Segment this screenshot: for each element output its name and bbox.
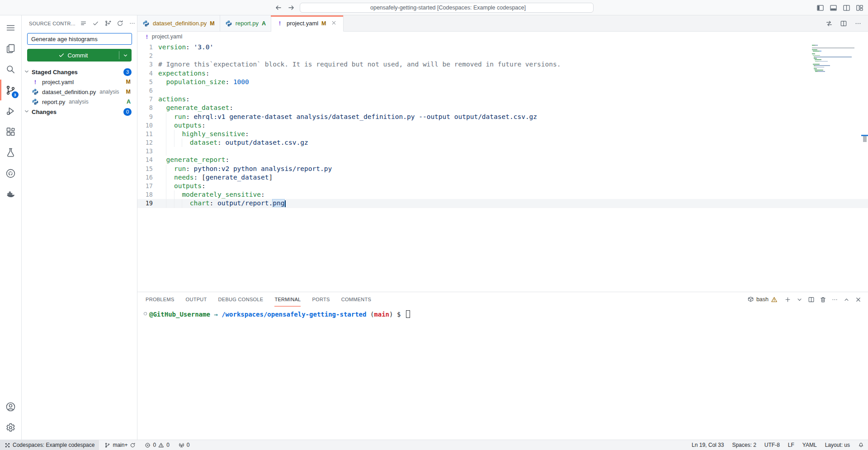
terminal-text [218,311,222,318]
scm-file-row[interactable]: report.pyanalysisA [22,97,137,107]
shell-label: bash [756,296,769,303]
panel-tab-comments[interactable]: COMMENTS [341,292,372,307]
minimap-line [812,67,862,68]
close-button[interactable] [855,296,862,303]
line-number: 19 [137,199,153,208]
command-center-search[interactable]: opensafely-getting-started [Codespaces: … [300,3,594,13]
minimap-token [815,70,823,71]
split-editor-button[interactable] [840,20,847,27]
line-number: 12 [137,138,153,147]
branch-create-button[interactable] [104,19,112,28]
trash-button[interactable] [820,296,826,303]
indentation[interactable]: Spaces: 2 [728,440,760,450]
chevron-down-button[interactable] [796,296,803,303]
activity-bar-item-explorer[interactable] [0,38,22,59]
tab-label: project.yaml [287,20,318,27]
editor-tab-report.py[interactable]: report.pyA [220,15,271,31]
indent-guide [166,173,166,182]
minimap-line [812,62,862,63]
more-actions-button[interactable] [128,19,137,28]
forward-button[interactable] [287,4,295,12]
minimap-token [819,64,820,65]
check-icon [58,52,65,58]
plus-button[interactable] [784,296,791,303]
toggle-panel-button[interactable] [830,4,837,12]
activity-bar-item-github[interactable] [0,163,22,184]
activity-bar-item-run-debug[interactable] [0,100,22,121]
language-mode[interactable]: YAML [798,440,821,450]
activity-bar-bottom [0,396,22,440]
activity-bar-item-testing[interactable] [0,142,22,163]
terminal-icon [747,296,754,303]
panel-tab-ports[interactable]: PORTS [312,292,330,307]
editor-tab-dataset_definition.py[interactable]: dataset_definition.pyM [137,15,220,31]
minimap[interactable] [812,43,862,72]
problems-status[interactable]: 00 [141,440,173,450]
scm-file-row[interactable]: !project.yamlM [22,77,137,87]
code-line: 15 run: python:v2 python analysis/report… [137,165,868,173]
notifications[interactable] [854,440,868,450]
activity-bar-item-extensions[interactable] [0,121,22,142]
keyboard-layout[interactable]: Layout: us [821,440,854,450]
toggle-sidebar-right-button[interactable] [843,4,850,12]
branch-status[interactable]: main+ [101,440,139,450]
chevron-up-button[interactable] [843,296,850,303]
code-editor[interactable]: 1version: '3.0'23# Ignore this`expectati… [137,42,868,292]
panel-tab-problems[interactable]: PROBLEMS [146,292,175,307]
more-actions-button[interactable] [854,20,862,27]
file-name: project.yaml [42,79,74,85]
cursor-position-label: Ln 19, Col 33 [692,442,724,448]
minimap-line [812,53,862,54]
minimap-token [820,51,821,52]
view-sort-button[interactable] [79,19,88,28]
activity-bar-item-settings[interactable] [0,417,22,438]
activity-bar-item-source-control[interactable]: 3 [0,80,22,100]
activity-bar-item-account[interactable] [0,396,22,417]
remote-indicator[interactable]: Codespaces: Example codespace [0,440,99,450]
panel-tab-terminal[interactable]: TERMINAL [274,292,301,307]
code-line: 16 needs: [generate_dataset] [137,173,868,182]
close-tab-button[interactable] [331,20,338,27]
tree-section-changes[interactable]: Changes0 [22,107,137,117]
open-changes-button[interactable] [826,20,833,27]
eol[interactable]: LF [784,440,798,450]
toggle-sidebar-left-button[interactable] [816,4,824,12]
git-status-letter: M [126,89,131,95]
toggle-grid-button[interactable] [856,4,863,12]
code-line: 11 highly_sensitive: [137,130,868,138]
activity-bar-item-menu[interactable] [0,17,22,38]
activity-bar-item-search[interactable] [0,59,22,80]
minimap-line [812,65,862,66]
minimap-line [812,71,862,72]
commit-check-button[interactable] [91,19,100,28]
terminal-text: @GitHub_Username [149,311,210,318]
refresh-button[interactable] [116,19,124,28]
line-number: 13 [137,147,153,156]
line-content: generate_dataset: [153,104,233,112]
activity-bar-item-docker[interactable] [0,184,22,204]
code-token: : [229,104,233,111]
panel-tab-output[interactable]: OUTPUT [186,292,207,307]
commit-dropdown-button[interactable] [119,49,132,62]
code-line: 8 generate_dataset: [137,104,868,112]
tree-section-staged-changes[interactable]: Staged Changes3 [22,67,137,77]
code-token [158,156,166,163]
commit-message-input[interactable] [27,33,132,45]
split-editor-button[interactable] [808,296,815,303]
terminal[interactable]: @GitHub_Username → /workspaces/opensafel… [137,307,868,440]
cursor-position[interactable]: Ln 19, Col 33 [688,440,728,450]
more-actions-button[interactable] [831,296,838,303]
code-line: 1version: '3.0' [137,43,868,52]
ports-status[interactable]: 0 [175,440,193,450]
panel-tab-debug-console[interactable]: DEBUG CONSOLE [218,292,264,307]
editor-tab-project.yaml[interactable]: !project.yamlM [271,15,344,32]
commit-button-main[interactable]: Commit [27,49,119,62]
breadcrumb[interactable]: ! project.yaml [137,32,868,42]
encoding[interactable]: UTF-8 [760,440,784,450]
shell-selector[interactable]: bash [747,296,778,303]
scm-file-row[interactable]: dataset_definition.pyanalysisM [22,87,137,97]
commit-button[interactable]: Commit [27,49,132,62]
explorer-icon [5,43,16,54]
ports-status-label: 0 [187,442,190,448]
back-button[interactable] [274,4,283,12]
